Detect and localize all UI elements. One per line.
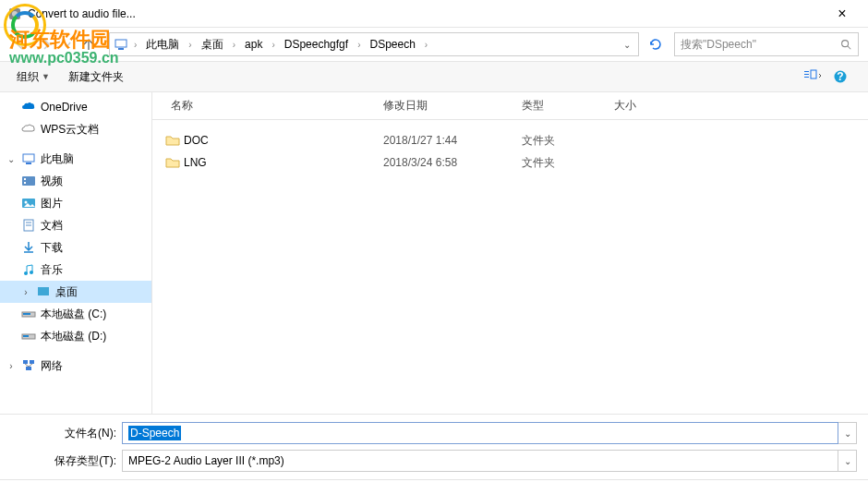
sidebar-item-downloads[interactable]: 下载 — [0, 236, 151, 259]
sidebar-item-documents[interactable]: 文档 — [0, 214, 151, 236]
filetype-select[interactable]: MPEG-2 Audio Layer III (*.mp3) — [122, 450, 838, 472]
chevron-right-icon[interactable]: › — [185, 40, 195, 50]
folder-icon — [165, 155, 184, 170]
sidebar: OneDrive WPS云文档 ⌄ 此电脑 视频 图片 文档 下载 — [0, 92, 152, 414]
svg-rect-31 — [30, 360, 34, 364]
svg-rect-15 — [24, 178, 26, 180]
search-icon[interactable] — [839, 38, 852, 51]
downloads-icon — [20, 240, 37, 255]
svg-text:?: ? — [837, 70, 843, 83]
crumb-pc[interactable]: 此电脑 — [142, 35, 183, 54]
svg-line-34 — [29, 364, 32, 367]
filename-label: 文件名(N): — [11, 426, 122, 441]
svg-rect-32 — [26, 367, 31, 370]
chevron-right-icon[interactable]: › — [130, 40, 140, 50]
chevron-right-icon[interactable]: › — [354, 40, 364, 50]
onedrive-icon — [20, 100, 37, 114]
svg-rect-6 — [804, 71, 809, 72]
search-placeholder: 搜索"DSpeech" — [681, 37, 756, 53]
chevron-right-icon[interactable]: › — [6, 361, 17, 371]
up-button[interactable] — [78, 33, 100, 55]
window-title: Convert to audio file... — [28, 7, 824, 20]
network-icon — [20, 358, 37, 373]
pictures-icon — [20, 196, 37, 211]
sidebar-item-diskc[interactable]: 本地磁盘 (C:) — [0, 303, 151, 325]
filetype-dropdown[interactable]: ⌄ — [838, 450, 857, 472]
crumb-dspeech[interactable]: DSpeech — [366, 36, 418, 53]
list-item[interactable]: DOC 2018/1/27 1:44 文件夹 — [152, 129, 868, 151]
filename-input[interactable]: D-Speech — [122, 422, 838, 444]
toolbar: 组织 ▼ 新建文件夹 ? — [0, 61, 868, 92]
svg-rect-14 — [22, 176, 35, 186]
disk-icon — [20, 307, 37, 321]
svg-rect-13 — [26, 163, 31, 164]
close-icon[interactable]: × — [824, 6, 861, 22]
sidebar-item-pictures[interactable]: 图片 — [0, 192, 151, 214]
help-button[interactable]: ? — [833, 69, 859, 84]
crumb-apk[interactable]: apk — [241, 36, 266, 53]
chevron-right-icon[interactable]: › — [229, 40, 239, 50]
svg-line-5 — [848, 46, 851, 50]
search-input[interactable]: 搜索"DSpeech" — [674, 32, 859, 56]
svg-line-33 — [25, 364, 29, 367]
sidebar-item-music[interactable]: 音乐 — [0, 259, 151, 281]
svg-rect-27 — [23, 313, 30, 315]
svg-rect-16 — [24, 182, 26, 184]
app-icon — [7, 6, 22, 21]
recent-dropdown[interactable] — [61, 33, 74, 55]
pc-icon — [20, 151, 37, 166]
wps-icon — [20, 122, 37, 137]
sidebar-item-network[interactable]: › 网络 — [0, 355, 151, 377]
chevron-right-icon[interactable]: › — [421, 40, 431, 50]
music-icon — [20, 262, 37, 277]
filename-row: 文件名(N): D-Speech ⌄ — [11, 422, 857, 444]
breadcrumb[interactable]: › 此电脑 › 桌面 › apk › DSpeechgfgf › DSpeech… — [109, 32, 639, 56]
content: OneDrive WPS云文档 ⌄ 此电脑 视频 图片 文档 下载 — [0, 92, 868, 414]
sidebar-item-video[interactable]: 视频 — [0, 170, 151, 192]
sidebar-item-wps[interactable]: WPS云文档 — [0, 118, 151, 140]
forward-button[interactable] — [35, 33, 57, 55]
column-date[interactable]: 修改日期 — [383, 98, 522, 114]
list-header: 名称 修改日期 类型 大小 — [152, 92, 868, 120]
crumb-desktop[interactable]: 桌面 — [198, 35, 227, 54]
svg-rect-2 — [115, 40, 127, 47]
svg-rect-29 — [23, 335, 29, 337]
sidebar-item-diskd[interactable]: 本地磁盘 (D:) — [0, 325, 151, 347]
column-name[interactable]: 名称 — [152, 98, 383, 114]
bottom-panel: 文件名(N): D-Speech ⌄ 保存类型(T): MPEG-2 Audio… — [0, 414, 868, 472]
breadcrumb-dropdown[interactable]: ⌄ — [620, 40, 634, 50]
filename-dropdown[interactable]: ⌄ — [838, 422, 857, 444]
video-icon — [20, 174, 37, 188]
chevron-right-icon[interactable]: › — [268, 40, 278, 50]
svg-rect-7 — [804, 74, 809, 75]
view-button[interactable] — [803, 69, 829, 84]
column-type[interactable]: 类型 — [522, 98, 614, 114]
documents-icon — [20, 218, 37, 233]
sidebar-item-thispc[interactable]: ⌄ 此电脑 — [0, 148, 151, 170]
folder-icon — [165, 133, 184, 148]
svg-rect-8 — [804, 77, 809, 78]
chevron-right-icon[interactable]: › — [20, 287, 31, 297]
navbar: › 此电脑 › 桌面 › apk › DSpeechgfgf › DSpeech… — [0, 28, 868, 61]
chevron-down-icon: ▼ — [42, 72, 50, 81]
svg-point-18 — [25, 201, 28, 204]
chevron-down-icon[interactable]: ⌄ — [6, 154, 17, 164]
svg-point-23 — [24, 271, 28, 275]
disk-icon — [20, 329, 37, 343]
organize-button[interactable]: 组织 ▼ — [9, 66, 57, 89]
sidebar-item-desktop[interactable]: › 桌面 — [0, 281, 151, 303]
crumb-dspeechgfgf[interactable]: DSpeechgfgf — [281, 36, 352, 53]
titlebar: Convert to audio file... × — [0, 0, 868, 28]
column-size[interactable]: 大小 — [614, 98, 688, 114]
svg-rect-3 — [118, 48, 124, 50]
file-list: 名称 修改日期 类型 大小 DOC 2018/1/27 1:44 文件夹 LNG… — [152, 92, 868, 414]
sidebar-item-onedrive[interactable]: OneDrive — [0, 96, 151, 118]
filetype-row: 保存类型(T): MPEG-2 Audio Layer III (*.mp3) … — [11, 450, 857, 472]
refresh-button[interactable] — [648, 37, 670, 52]
svg-rect-30 — [23, 360, 28, 364]
newfolder-button[interactable]: 新建文件夹 — [61, 66, 131, 89]
svg-point-24 — [30, 271, 33, 274]
desktop-icon — [35, 284, 52, 299]
back-button[interactable] — [9, 33, 31, 55]
list-item[interactable]: LNG 2018/3/24 6:58 文件夹 — [152, 151, 868, 174]
